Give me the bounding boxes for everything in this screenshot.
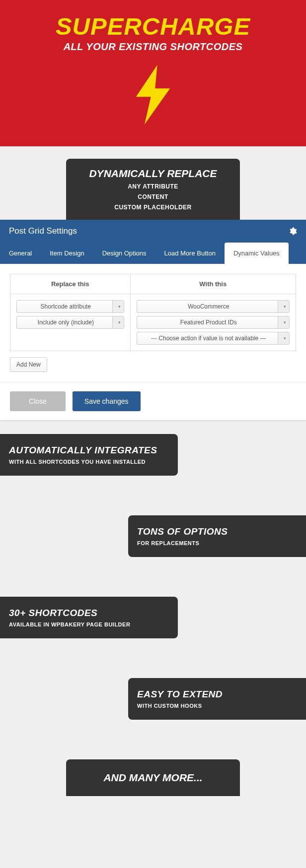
select-fallback-action[interactable]: --- Choose action if value is not availa… [137, 332, 290, 345]
feature-easy-to-extend: EASY TO EXTEND WITH CUSTOM HOOKS [128, 678, 306, 720]
tab-dynamic-values[interactable]: Dynamic Values [225, 243, 289, 264]
feature-title: AUTOMATICALLY INTEGRATES [9, 445, 169, 456]
panel-header: Post Grid Settings [0, 220, 306, 243]
intro-line-1: CONTENT [78, 193, 228, 200]
feature-sub: AVAILABLE IN WPBAKERY PAGE BUILDER [9, 621, 169, 627]
more-card: AND MANY MORE... [66, 759, 240, 796]
panel-footer: Close Save changes [0, 382, 306, 420]
more-title: AND MANY MORE... [78, 772, 228, 784]
intro-line-2: CUSTOM PLACEHOLDER [78, 204, 228, 211]
hero-banner: SUPERCHARGE ALL YOUR EXISTING SHORTCODES [0, 0, 306, 146]
select-shortcode-attribute[interactable]: Shortcode attribute [16, 300, 124, 313]
intro-line-0: ANY ATTRIBUTE [78, 183, 228, 190]
feature-sub: WITH ALL SHORTCODES YOU HAVE INSTALLED [9, 459, 169, 465]
panel-title: Post Grid Settings [9, 226, 77, 236]
add-new-button[interactable]: Add New [10, 357, 47, 372]
save-changes-button[interactable]: Save changes [73, 391, 141, 411]
svg-marker-0 [136, 65, 170, 124]
select-woocommerce[interactable]: WooCommerce [137, 300, 290, 313]
col-with-this: With this [130, 274, 296, 294]
replace-table: Replace this With this Shortcode attribu… [10, 274, 296, 351]
tab-item-design[interactable]: Item Design [41, 243, 93, 264]
tab-design-options[interactable]: Design Options [93, 243, 155, 264]
close-button[interactable]: Close [10, 391, 66, 411]
feature-title: EASY TO EXTEND [137, 689, 297, 700]
settings-panel: Post Grid Settings General Item Design D… [0, 220, 306, 420]
feature-sub: FOR REPLACEMENTS [137, 540, 297, 546]
panel-body: Replace this With this Shortcode attribu… [0, 264, 306, 382]
lightning-bolt-icon [131, 65, 175, 124]
tabs-bar: General Item Design Design Options Load … [0, 243, 306, 264]
intro-title: DYNAMICALLY REPLACE [78, 168, 228, 180]
select-featured-product-ids[interactable]: Featured Product IDs [137, 316, 290, 329]
col-replace-this: Replace this [10, 274, 131, 294]
hero-subtitle: ALL YOUR EXISTING SHORTCODES [10, 41, 296, 53]
feature-auto-integrates: AUTOMATICALLY INTEGRATES WITH ALL SHORTC… [0, 434, 178, 476]
feature-sub: WITH CUSTOM HOOKS [137, 703, 297, 709]
intro-card: DYNAMICALLY REPLACE ANY ATTRIBUTE CONTEN… [66, 159, 240, 220]
tab-general[interactable]: General [0, 243, 41, 264]
feature-title: 30+ SHORTCODES [9, 608, 169, 619]
hero-title: SUPERCHARGE [10, 12, 296, 40]
tab-load-more[interactable]: Load More Button [155, 243, 225, 264]
select-include-only[interactable]: Include only (include) [16, 316, 124, 329]
feature-shortcodes: 30+ SHORTCODES AVAILABLE IN WPBAKERY PAG… [0, 597, 178, 638]
feature-title: TONS OF OPTIONS [137, 526, 297, 537]
feature-tons-of-options: TONS OF OPTIONS FOR REPLACEMENTS [128, 515, 306, 557]
gear-icon[interactable] [288, 227, 297, 236]
